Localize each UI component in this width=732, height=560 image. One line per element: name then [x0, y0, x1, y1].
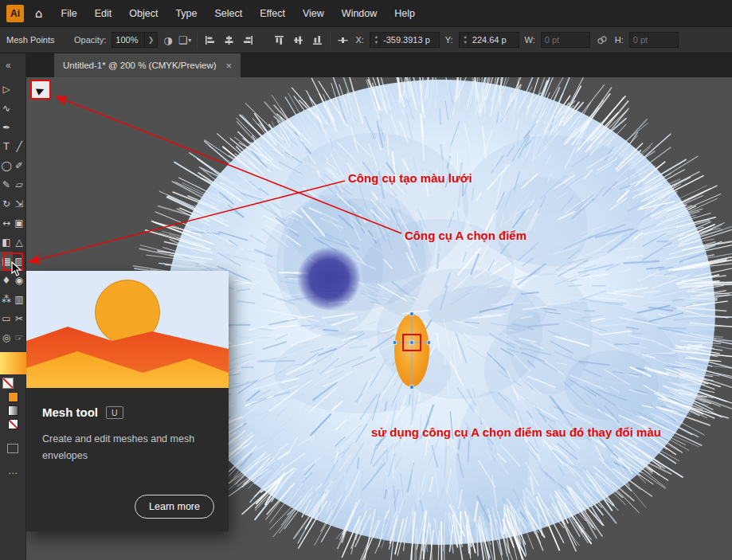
none-button[interactable]: [8, 419, 18, 429]
canvas[interactable]: Mesh tool U Create and edit meshes and m…: [26, 77, 732, 560]
separator: [197, 32, 198, 48]
opacity-combo[interactable]: 100% ❯: [112, 32, 158, 48]
align-right-icon[interactable]: [241, 33, 255, 47]
separator: [330, 32, 331, 48]
h-label: H:: [615, 35, 624, 45]
distribute-spacing-icon[interactable]: [336, 33, 350, 47]
stroke-color-swatch[interactable]: [2, 378, 14, 389]
menu-item-window[interactable]: Window: [333, 2, 386, 25]
shortcut-badge: U: [106, 406, 123, 419]
w-input: 0 pt: [541, 32, 590, 48]
tool-rotate[interactable]: ↻: [0, 194, 13, 213]
collapse-toolbar-button[interactable]: «: [0, 53, 26, 77]
menu-item-type[interactable]: Type: [166, 2, 206, 25]
context-label: Mesh Points: [6, 35, 69, 45]
stepper-down-icon[interactable]: ▾: [375, 40, 378, 45]
tool-shape-builder[interactable]: ◧: [0, 233, 13, 252]
illustrator-logo: Ai: [6, 5, 24, 22]
fill-color-swatch[interactable]: [0, 352, 26, 374]
tool-column-graph[interactable]: ▥: [13, 290, 25, 309]
tool-empty: [13, 118, 25, 137]
w-value: 0 pt: [545, 35, 559, 45]
h-value: 0 pt: [633, 35, 648, 45]
tool-pencil[interactable]: ✎: [0, 175, 13, 194]
gradient-button[interactable]: [8, 405, 18, 416]
document-tab[interactable]: Untitled-1* @ 200 % (CMYK/Preview) ×: [54, 53, 241, 77]
tool-hand[interactable]: ☞: [13, 328, 25, 347]
tab-bar: « Untitled-1* @ 200 % (CMYK/Preview) ×: [0, 53, 732, 77]
y-input[interactable]: ▴ ▾ 224.64 p: [459, 32, 519, 48]
y-label: Y:: [445, 35, 453, 45]
x-label: X:: [355, 35, 363, 45]
panel-options-icon[interactable]: ❏ ▾: [178, 34, 192, 46]
illustrator-window: Ai ⌂ FileEditObjectTypeSelectEffectViewW…: [0, 0, 732, 560]
tool-gradient[interactable]: ▨: [13, 252, 25, 271]
tool-width[interactable]: ↔: [0, 213, 13, 233]
tool-pen[interactable]: ✒: [0, 118, 13, 137]
tool-paintbrush[interactable]: ✐: [13, 156, 25, 175]
tool-symbol-sprayer[interactable]: ⁂: [0, 290, 13, 309]
align-center-vertical-icon[interactable]: [292, 33, 305, 47]
align-center-horizontal-icon[interactable]: [222, 33, 236, 47]
mesh-point-left[interactable]: [393, 341, 396, 344]
color-button[interactable]: [8, 392, 18, 402]
menu-item-view[interactable]: View: [294, 2, 333, 25]
tool-lasso[interactable]: ∿: [0, 99, 13, 118]
mesh-point-center[interactable]: [410, 341, 413, 344]
tool-blend[interactable]: ◉: [13, 271, 25, 290]
align-bottom-icon[interactable]: [311, 33, 324, 47]
mesh-tool-tooltip: Mesh tool U Create and edit meshes and m…: [26, 271, 229, 531]
menu-bar: Ai ⌂ FileEditObjectTypeSelectEffectViewW…: [0, 0, 732, 26]
recolor-artwork-icon[interactable]: ◑: [163, 34, 172, 46]
blue-blob[interactable]: [297, 247, 361, 311]
menu-items: FileEditObjectTypeSelectEffectViewWindow…: [53, 2, 425, 25]
screen-mode-button[interactable]: [7, 444, 18, 453]
tool-eyedropper[interactable]: ♦: [0, 271, 13, 290]
opacity-label: Opacity:: [74, 35, 106, 45]
chevron-right-icon[interactable]: ❯: [144, 33, 155, 47]
menu-item-help[interactable]: Help: [386, 2, 424, 25]
edit-toolbar-icon[interactable]: ⋯: [8, 468, 18, 479]
menu-item-effect[interactable]: Effect: [251, 2, 294, 25]
align-left-icon[interactable]: [203, 33, 217, 47]
menu-item-select[interactable]: Select: [206, 2, 251, 25]
menu-item-file[interactable]: File: [53, 2, 86, 25]
tool-eraser[interactable]: ▱: [13, 175, 25, 194]
tool-artboard[interactable]: ▭: [0, 309, 13, 328]
stepper-down-icon[interactable]: ▾: [464, 40, 467, 45]
align-top-icon[interactable]: [272, 33, 286, 47]
learn-more-button[interactable]: Learn more: [135, 495, 214, 519]
home-icon[interactable]: ⌂: [35, 6, 43, 21]
control-bar: Mesh Points Opacity: 100% ❯ ◑ ❏ ▾: [0, 26, 732, 53]
x-stepper[interactable]: ▴ ▾: [374, 33, 380, 47]
constrain-proportions-icon[interactable]: [596, 33, 609, 47]
tool-zoom[interactable]: ◎: [0, 328, 13, 347]
tool-line[interactable]: ╱: [13, 137, 25, 156]
tool-empty: [13, 80, 25, 99]
tool-free-transform[interactable]: ▣: [13, 213, 25, 233]
tooltip-body: Mesh tool U Create and edit meshes and m…: [26, 388, 229, 531]
tool-type[interactable]: T: [0, 137, 13, 156]
opacity-value: 100%: [115, 35, 140, 45]
y-value[interactable]: 224.64 p: [472, 35, 507, 45]
tool-ellipse[interactable]: ◯: [0, 156, 13, 175]
tool-perspective-grid[interactable]: △: [13, 233, 25, 252]
tool-scale[interactable]: ⇲: [13, 194, 25, 213]
mesh-point-top[interactable]: [410, 312, 413, 315]
tool-direct-selection[interactable]: ▷: [0, 80, 13, 99]
tool-mesh[interactable]: ▦: [0, 252, 13, 271]
menu-item-edit[interactable]: Edit: [86, 2, 121, 25]
mesh-point-right[interactable]: [427, 341, 430, 344]
close-tab-icon[interactable]: ×: [226, 60, 233, 72]
y-stepper[interactable]: ▴ ▾: [463, 33, 469, 47]
tooltip-illustration: [26, 271, 229, 388]
x-value[interactable]: -359.3913 p: [383, 35, 430, 45]
tooltip-description: Create and edit meshes and mesh envelope…: [42, 431, 209, 464]
mesh-point-bottom[interactable]: [410, 386, 413, 389]
h-input: 0 pt: [629, 32, 679, 48]
x-input[interactable]: ▴ ▾ -359.3913 p: [370, 32, 440, 48]
menu-item-object[interactable]: Object: [120, 2, 166, 25]
toolbar-swatches: ⋯: [0, 352, 25, 479]
tool-slice[interactable]: ✂: [13, 309, 25, 328]
tool-grid: ▷∿✒T╱◯✐✎▱↻⇲↔▣◧△▦▨♦◉⁂▥▭✂◎☞: [0, 77, 25, 347]
